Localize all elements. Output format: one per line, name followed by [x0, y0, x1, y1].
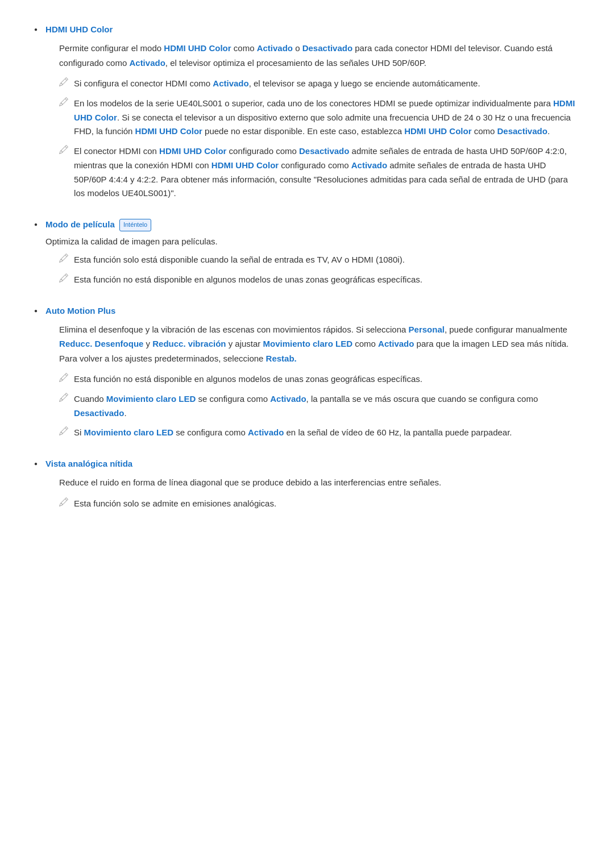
notes-hdmi: Si configura el conector HDMI como Activ…: [59, 77, 580, 201]
section-vista-analogica: ● Vista analógica nítida Reduce el ruido…: [34, 457, 580, 516]
note-text-modo-2: Esta función no está disponible en algun…: [74, 273, 422, 287]
note-vista-1: Esta función solo se admite en emisiones…: [59, 497, 580, 511]
link-hdmi-uhd-color-1: HDMI UHD Color: [164, 43, 231, 53]
badge-intentelo: Inténtelo: [119, 219, 151, 231]
bullet-dot-4: ●: [34, 459, 38, 468]
optimiza-text: Optimiza la calidad de imagen para pelíc…: [45, 235, 580, 248]
note-text-auto-motion-1: Esta función no está disponible en algun…: [74, 372, 422, 387]
section-title-modo: Modo de película: [45, 219, 115, 229]
notes-vista: Esta función solo se admite en emisiones…: [59, 497, 580, 511]
note-auto-motion-3: Si Movimiento claro LED se configura com…: [59, 426, 580, 440]
note-auto-motion-2: Cuando Movimiento claro LED se configura…: [59, 392, 580, 421]
note-text-hdmi-3: El conector HDMI con HDMI UHD Color conf…: [74, 144, 580, 201]
section-vista-content: Vista analógica nítida Reduce el ruido e…: [45, 457, 580, 516]
note-text-auto-motion-3: Si Movimiento claro LED se configura com…: [74, 426, 512, 440]
link-activado-1: Activado: [257, 43, 293, 53]
note-text-hdmi-2: En los modelos de la serie UE40LS001 o s…: [74, 97, 580, 139]
section-body-vista: Reduce el ruido en forma de línea diagon…: [59, 475, 580, 490]
note-hdmi-3: El conector HDMI con HDMI UHD Color conf…: [59, 144, 580, 201]
pencil-icon-9: [59, 497, 68, 510]
note-text-hdmi-1: Si configura el conector HDMI como Activ…: [74, 77, 480, 91]
section-modo-pelicula: ● Modo de película Inténtelo Optimiza la…: [34, 218, 580, 293]
note-text-vista-1: Esta función solo se admite en emisiones…: [74, 497, 276, 511]
page-content: ● HDMI UHD Color Permite configurar el m…: [34, 23, 580, 516]
bullet-dot-3: ●: [34, 306, 38, 315]
pencil-icon-8: [59, 426, 68, 439]
note-text-modo-1: Esta función solo está disponible cuando…: [74, 253, 405, 267]
note-modo-1: Esta función solo está disponible cuando…: [59, 253, 580, 267]
notes-modo: Esta función solo está disponible cuando…: [59, 253, 580, 287]
note-hdmi-1: Si configura el conector HDMI como Activ…: [59, 77, 580, 91]
note-auto-motion-1: Esta función no está disponible en algun…: [59, 372, 580, 387]
bullet-dot-1: ●: [34, 25, 38, 34]
pencil-icon-7: [59, 393, 68, 405]
section-modo-content: Modo de película Inténtelo Optimiza la c…: [45, 218, 580, 293]
pencil-icon-4: [59, 254, 68, 266]
pencil-icon-3: [59, 145, 68, 157]
section-hdmi-uhd-color: ● HDMI UHD Color Permite configurar el m…: [34, 23, 580, 206]
section-title-vista: Vista analógica nítida: [45, 459, 132, 468]
section-hdmi-content: HDMI UHD Color Permite configurar el mod…: [45, 23, 580, 206]
note-text-auto-motion-2: Cuando Movimiento claro LED se configura…: [74, 392, 580, 421]
section-body-hdmi: Permite configurar el modo HDMI UHD Colo…: [59, 41, 580, 70]
notes-auto-motion: Esta función no está disponible en algun…: [59, 372, 580, 440]
link-desactivado-1: Desactivado: [302, 43, 352, 53]
note-modo-2: Esta función no está disponible en algun…: [59, 273, 580, 287]
pencil-icon-5: [59, 273, 68, 286]
section-body-auto-motion: Elimina el desenfoque y la vibración de …: [59, 322, 580, 366]
pencil-icon-2: [59, 97, 68, 110]
section-auto-motion-plus: ● Auto Motion Plus Elimina el desenfoque…: [34, 304, 580, 446]
section-title-auto-motion: Auto Motion Plus: [45, 306, 115, 315]
bullet-dot-2: ●: [34, 220, 38, 229]
pencil-icon-6: [59, 373, 68, 385]
section-title-hdmi: HDMI UHD Color: [45, 24, 113, 34]
link-activado-2: Activado: [129, 58, 165, 68]
pencil-icon-1: [59, 77, 68, 90]
note-hdmi-2: En los modelos de la serie UE40LS001 o s…: [59, 97, 580, 139]
section-auto-motion-content: Auto Motion Plus Elimina el desenfoque y…: [45, 304, 580, 446]
